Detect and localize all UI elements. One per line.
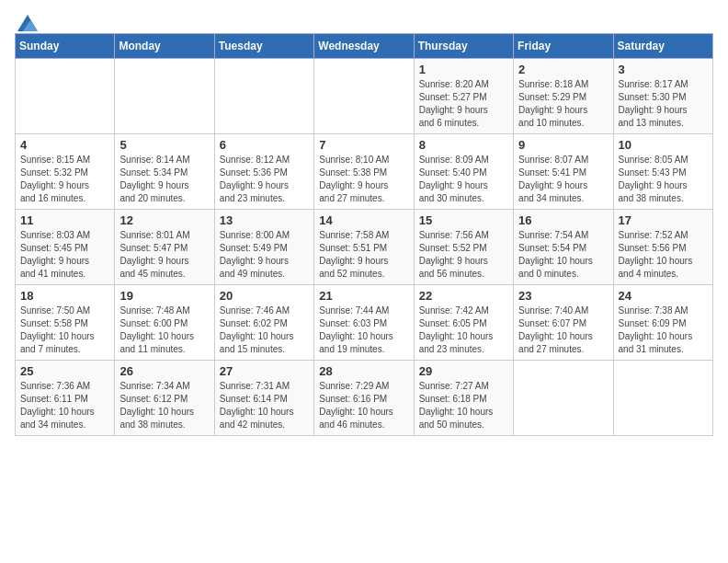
day-info: Sunrise: 7:42 AM Sunset: 6:05 PM Dayligh… xyxy=(419,304,508,356)
day-info: Sunrise: 7:54 AM Sunset: 5:54 PM Dayligh… xyxy=(518,229,608,281)
day-info: Sunrise: 8:05 AM Sunset: 5:43 PM Dayligh… xyxy=(619,154,708,205)
day-number: 13 xyxy=(220,213,309,227)
calendar-table: Sunday Monday Tuesday Wednesday Thursday… xyxy=(15,33,713,436)
cell-week1-day1 xyxy=(115,59,214,134)
col-monday: Monday xyxy=(115,34,214,59)
day-number: 22 xyxy=(419,289,508,303)
col-saturday: Saturday xyxy=(613,34,712,59)
cell-week5-day1: 26Sunrise: 7:34 AM Sunset: 6:12 PM Dayli… xyxy=(115,361,214,436)
cell-week4-day4: 22Sunrise: 7:42 AM Sunset: 6:05 PM Dayli… xyxy=(414,285,513,361)
day-number: 21 xyxy=(319,289,408,303)
cell-week3-day6: 17Sunrise: 7:52 AM Sunset: 5:56 PM Dayli… xyxy=(613,210,712,285)
cell-week4-day0: 18Sunrise: 7:50 AM Sunset: 5:58 PM Dayli… xyxy=(16,285,115,361)
day-number: 14 xyxy=(319,213,408,227)
day-number: 1 xyxy=(419,63,508,76)
day-info: Sunrise: 7:38 AM Sunset: 6:09 PM Dayligh… xyxy=(619,304,708,356)
day-info: Sunrise: 8:20 AM Sunset: 5:27 PM Dayligh… xyxy=(419,78,508,130)
day-number: 19 xyxy=(119,289,209,303)
day-number: 16 xyxy=(518,213,608,227)
week-row-5: 25Sunrise: 7:36 AM Sunset: 6:11 PM Dayli… xyxy=(16,361,713,436)
day-info: Sunrise: 7:52 AM Sunset: 5:56 PM Dayligh… xyxy=(619,229,708,281)
cell-week1-day3 xyxy=(314,59,414,134)
logo xyxy=(15,15,38,28)
cell-week3-day0: 11Sunrise: 8:03 AM Sunset: 5:45 PM Dayli… xyxy=(16,210,115,285)
day-info: Sunrise: 8:18 AM Sunset: 5:29 PM Dayligh… xyxy=(518,78,608,130)
day-number: 23 xyxy=(518,289,608,303)
calendar-body: 1Sunrise: 8:20 AM Sunset: 5:27 PM Daylig… xyxy=(16,59,713,436)
day-info: Sunrise: 8:14 AM Sunset: 5:34 PM Dayligh… xyxy=(119,154,209,205)
day-info: Sunrise: 8:12 AM Sunset: 5:36 PM Dayligh… xyxy=(220,154,309,205)
cell-week2-day3: 7Sunrise: 8:10 AM Sunset: 5:38 PM Daylig… xyxy=(314,134,414,210)
cell-week5-day4: 29Sunrise: 7:27 AM Sunset: 6:18 PM Dayli… xyxy=(414,361,513,436)
cell-week4-day2: 20Sunrise: 7:46 AM Sunset: 6:02 PM Dayli… xyxy=(214,285,313,361)
day-number: 17 xyxy=(619,213,708,227)
cell-week5-day6 xyxy=(613,361,712,436)
cell-week5-day5 xyxy=(514,361,613,436)
cell-week2-day2: 6Sunrise: 8:12 AM Sunset: 5:36 PM Daylig… xyxy=(214,134,313,210)
day-number: 25 xyxy=(20,364,109,378)
day-number: 18 xyxy=(20,289,109,303)
week-row-3: 11Sunrise: 8:03 AM Sunset: 5:45 PM Dayli… xyxy=(16,210,713,285)
day-info: Sunrise: 7:27 AM Sunset: 6:18 PM Dayligh… xyxy=(419,380,508,431)
day-info: Sunrise: 7:58 AM Sunset: 5:51 PM Dayligh… xyxy=(319,229,408,281)
day-info: Sunrise: 8:10 AM Sunset: 5:38 PM Dayligh… xyxy=(319,154,408,205)
cell-week2-day6: 10Sunrise: 8:05 AM Sunset: 5:43 PM Dayli… xyxy=(613,134,712,210)
day-info: Sunrise: 8:07 AM Sunset: 5:41 PM Dayligh… xyxy=(518,154,608,205)
day-info: Sunrise: 7:36 AM Sunset: 6:11 PM Dayligh… xyxy=(20,380,109,431)
day-info: Sunrise: 7:46 AM Sunset: 6:02 PM Dayligh… xyxy=(220,304,309,356)
cell-week4-day6: 24Sunrise: 7:38 AM Sunset: 6:09 PM Dayli… xyxy=(613,285,712,361)
cell-week3-day5: 16Sunrise: 7:54 AM Sunset: 5:54 PM Dayli… xyxy=(514,210,613,285)
day-number: 3 xyxy=(619,63,708,76)
day-number: 26 xyxy=(119,364,209,378)
cell-week1-day0 xyxy=(16,59,115,134)
cell-week1-day5: 2Sunrise: 8:18 AM Sunset: 5:29 PM Daylig… xyxy=(514,59,613,134)
calendar-header: Sunday Monday Tuesday Wednesday Thursday… xyxy=(16,34,713,59)
col-thursday: Thursday xyxy=(414,34,513,59)
cell-week3-day4: 15Sunrise: 7:56 AM Sunset: 5:52 PM Dayli… xyxy=(414,210,513,285)
cell-week2-day1: 5Sunrise: 8:14 AM Sunset: 5:34 PM Daylig… xyxy=(115,134,214,210)
day-info: Sunrise: 7:29 AM Sunset: 6:16 PM Dayligh… xyxy=(319,380,408,431)
cell-week5-day0: 25Sunrise: 7:36 AM Sunset: 6:11 PM Dayli… xyxy=(16,361,115,436)
cell-week2-day0: 4Sunrise: 8:15 AM Sunset: 5:32 PM Daylig… xyxy=(16,134,115,210)
col-wednesday: Wednesday xyxy=(314,34,414,59)
cell-week5-day3: 28Sunrise: 7:29 AM Sunset: 6:16 PM Dayli… xyxy=(314,361,414,436)
cell-week2-day4: 8Sunrise: 8:09 AM Sunset: 5:40 PM Daylig… xyxy=(414,134,513,210)
day-info: Sunrise: 7:50 AM Sunset: 5:58 PM Dayligh… xyxy=(20,304,109,356)
day-info: Sunrise: 7:31 AM Sunset: 6:14 PM Dayligh… xyxy=(220,380,309,431)
day-number: 9 xyxy=(518,138,608,152)
day-number: 6 xyxy=(220,138,309,152)
col-sunday: Sunday xyxy=(16,34,115,59)
cell-week1-day6: 3Sunrise: 8:17 AM Sunset: 5:30 PM Daylig… xyxy=(613,59,712,134)
day-info: Sunrise: 8:00 AM Sunset: 5:49 PM Dayligh… xyxy=(220,229,309,281)
header-row: Sunday Monday Tuesday Wednesday Thursday… xyxy=(16,34,713,59)
cell-week1-day4: 1Sunrise: 8:20 AM Sunset: 5:27 PM Daylig… xyxy=(414,59,513,134)
cell-week4-day3: 21Sunrise: 7:44 AM Sunset: 6:03 PM Dayli… xyxy=(314,285,414,361)
cell-week4-day1: 19Sunrise: 7:48 AM Sunset: 6:00 PM Dayli… xyxy=(115,285,214,361)
logo-icon xyxy=(17,15,38,31)
day-number: 4 xyxy=(20,138,109,152)
week-row-2: 4Sunrise: 8:15 AM Sunset: 5:32 PM Daylig… xyxy=(16,134,713,210)
day-info: Sunrise: 8:15 AM Sunset: 5:32 PM Dayligh… xyxy=(20,154,109,205)
day-number: 28 xyxy=(319,364,408,378)
day-info: Sunrise: 8:09 AM Sunset: 5:40 PM Dayligh… xyxy=(419,154,508,205)
day-number: 7 xyxy=(319,138,408,152)
col-friday: Friday xyxy=(514,34,613,59)
week-row-4: 18Sunrise: 7:50 AM Sunset: 5:58 PM Dayli… xyxy=(16,285,713,361)
day-info: Sunrise: 7:44 AM Sunset: 6:03 PM Dayligh… xyxy=(319,304,408,356)
cell-week3-day3: 14Sunrise: 7:58 AM Sunset: 5:51 PM Dayli… xyxy=(314,210,414,285)
day-number: 29 xyxy=(419,364,508,378)
day-number: 2 xyxy=(518,63,608,76)
col-tuesday: Tuesday xyxy=(214,34,313,59)
day-info: Sunrise: 8:03 AM Sunset: 5:45 PM Dayligh… xyxy=(20,229,109,281)
day-number: 10 xyxy=(619,138,708,152)
day-info: Sunrise: 7:34 AM Sunset: 6:12 PM Dayligh… xyxy=(119,380,209,431)
day-info: Sunrise: 7:48 AM Sunset: 6:00 PM Dayligh… xyxy=(119,304,209,356)
cell-week2-day5: 9Sunrise: 8:07 AM Sunset: 5:41 PM Daylig… xyxy=(514,134,613,210)
day-number: 12 xyxy=(119,213,209,227)
day-number: 27 xyxy=(220,364,309,378)
cell-week5-day2: 27Sunrise: 7:31 AM Sunset: 6:14 PM Dayli… xyxy=(214,361,313,436)
day-number: 24 xyxy=(619,289,708,303)
page-header xyxy=(15,15,713,28)
day-number: 8 xyxy=(419,138,508,152)
day-info: Sunrise: 8:01 AM Sunset: 5:47 PM Dayligh… xyxy=(119,229,209,281)
